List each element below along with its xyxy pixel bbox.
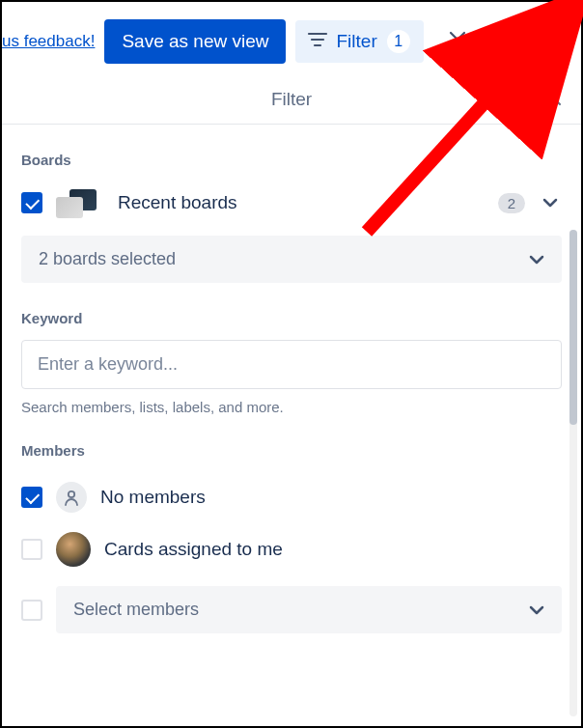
chevron-down-icon [529,255,544,265]
assigned-to-me-checkbox[interactable] [21,539,42,560]
boards-selected-label: 2 boards selected [39,249,176,269]
close-icon [544,89,562,106]
select-members-dropdown[interactable]: Select members [56,586,562,633]
person-icon [56,482,87,513]
close-icon [449,31,466,48]
keyword-input[interactable] [21,340,562,389]
chevron-down-icon [542,198,558,208]
recent-boards-checkbox[interactable] [21,192,42,213]
recent-boards-label: Recent boards [118,192,485,213]
no-members-label: No members [100,487,562,508]
filter-count-badge: 1 [387,30,410,53]
boards-section-label: Boards [21,125,562,182]
save-as-new-view-button[interactable]: Save as new view [104,19,286,64]
close-button[interactable] [437,23,478,60]
recent-boards-expand[interactable] [539,190,562,215]
keyword-section-label: Keyword [21,283,562,340]
close-panel-button[interactable] [544,89,562,110]
boards-selected-dropdown[interactable]: 2 boards selected [21,236,562,283]
keyword-help-text: Search members, lists, labels, and more. [21,389,562,415]
feedback-link[interactable]: us feedback! [2,32,95,51]
recent-boards-count-badge: 2 [498,193,525,213]
panel-title: Filter [271,89,312,110]
scrollbar[interactable] [569,230,577,716]
filter-label: Filter [336,31,376,52]
filter-icon [309,33,326,50]
chevron-down-icon [529,605,544,615]
svg-point-0 [69,491,74,497]
filter-button[interactable]: Filter 1 [295,20,423,63]
select-members-checkbox[interactable] [21,600,42,621]
no-members-checkbox[interactable] [21,487,42,508]
members-section-label: Members [21,415,562,472]
select-members-label: Select members [73,600,199,620]
user-avatar [56,532,91,567]
board-thumbnails [56,189,104,216]
assigned-to-me-label: Cards assigned to me [104,539,562,560]
